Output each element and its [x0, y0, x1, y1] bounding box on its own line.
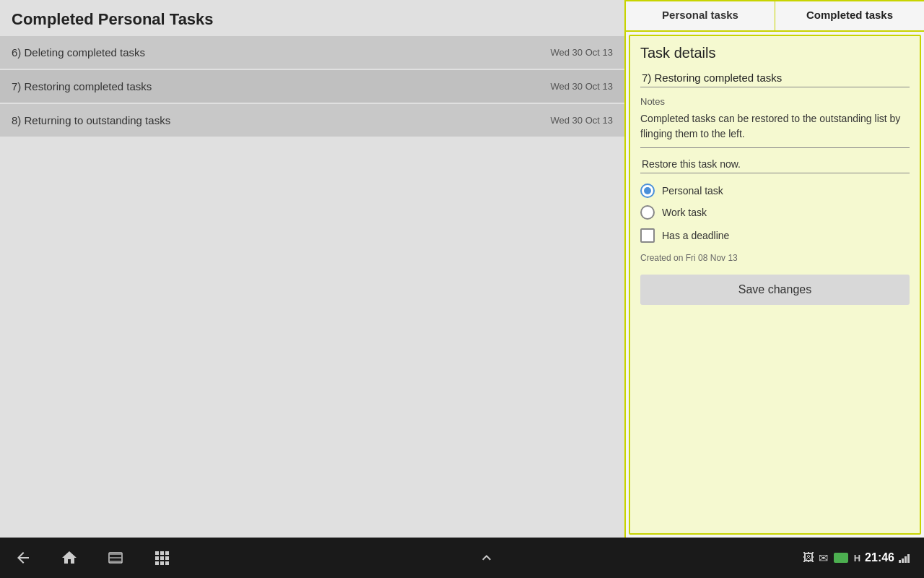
radio-group: Personal task Work task — [640, 184, 910, 220]
radio-personal[interactable]: Personal task — [640, 184, 910, 198]
task-item-6-label: 6) Deleting completed tasks — [12, 46, 145, 59]
task-item-8-label: 8) Returning to outstanding tasks — [12, 114, 170, 126]
apps-grid-button[interactable] — [153, 549, 170, 566]
radio-work-circle — [640, 205, 655, 220]
back-button[interactable] — [14, 549, 32, 566]
nav-bar: 🖼 ✉ H 21:46 — [0, 538, 924, 578]
nav-right: 🖼 ✉ H 21:46 — [803, 551, 910, 565]
notes-label: Notes — [640, 96, 910, 107]
task-item-7-label: 7) Restoring completed tasks — [12, 80, 152, 92]
task-item-8-date: Wed 30 Oct 13 — [551, 115, 613, 126]
radio-personal-inner — [644, 187, 651, 194]
restore-field[interactable] — [640, 155, 910, 173]
app-container: Completed Personal Tasks 6) Deleting com… — [0, 0, 924, 578]
svg-rect-2 — [160, 551, 164, 555]
tab-personal[interactable]: Personal tasks — [626, 1, 775, 30]
task-details-panel: Task details Notes Completed tasks can b… — [629, 35, 921, 535]
save-changes-button[interactable]: Save changes — [640, 275, 910, 305]
nav-center — [478, 549, 495, 566]
h-status-icon: H — [854, 553, 860, 564]
svg-rect-3 — [165, 551, 169, 555]
created-info: Created on Fri 08 Nov 13 — [640, 253, 910, 263]
task-item-7-date: Wed 30 Oct 13 — [551, 81, 613, 92]
svg-rect-4 — [155, 556, 159, 560]
content-area: Completed Personal Tasks 6) Deleting com… — [0, 0, 924, 538]
tabs-row: Personal tasks Completed tasks — [626, 1, 924, 32]
svg-rect-9 — [165, 561, 169, 565]
task-item-6-date: Wed 30 Oct 13 — [551, 47, 613, 58]
task-item-7[interactable]: 7) Restoring completed tasks Wed 30 Oct … — [0, 70, 624, 103]
home-button[interactable] — [61, 549, 78, 566]
status-bar-right: 🖼 ✉ H 21:46 — [803, 551, 910, 565]
left-panel: Completed Personal Tasks 6) Deleting com… — [0, 0, 624, 538]
svg-rect-8 — [160, 561, 164, 565]
right-panel: Personal tasks Completed tasks Task deta… — [624, 0, 924, 538]
checkbox-deadline[interactable]: Has a deadline — [640, 228, 910, 243]
recents-button[interactable] — [107, 549, 124, 566]
mail-status-icon: ✉ — [819, 551, 828, 565]
svg-rect-6 — [165, 556, 169, 560]
notes-content: Completed tasks can be restored to the o… — [640, 111, 910, 148]
radio-work[interactable]: Work task — [640, 205, 910, 220]
up-button[interactable] — [478, 549, 495, 566]
tab-completed[interactable]: Completed tasks — [775, 1, 924, 30]
radio-personal-circle — [640, 184, 655, 198]
checkbox-deadline-label: Has a deadline — [662, 230, 729, 241]
task-name-input[interactable] — [640, 69, 910, 87]
time-display: 21:46 — [865, 551, 894, 564]
page-title: Completed Personal Tasks — [0, 0, 624, 36]
svg-rect-5 — [160, 556, 164, 560]
task-item-6[interactable]: 6) Deleting completed tasks Wed 30 Oct 1… — [0, 36, 624, 69]
radio-personal-label: Personal task — [662, 185, 723, 197]
svg-rect-1 — [155, 551, 159, 555]
svg-rect-7 — [155, 561, 159, 565]
detail-panel-title: Task details — [640, 45, 910, 61]
green-status-icon — [834, 553, 848, 563]
task-list: 6) Deleting completed tasks Wed 30 Oct 1… — [0, 36, 624, 138]
signal-bars-icon — [899, 553, 910, 563]
radio-work-label: Work task — [662, 207, 707, 218]
task-item-8[interactable]: 8) Returning to outstanding tasks Wed 30… — [0, 104, 624, 137]
nav-left — [14, 549, 170, 566]
checkbox-deadline-box — [640, 228, 655, 243]
image-status-icon: 🖼 — [803, 551, 814, 564]
